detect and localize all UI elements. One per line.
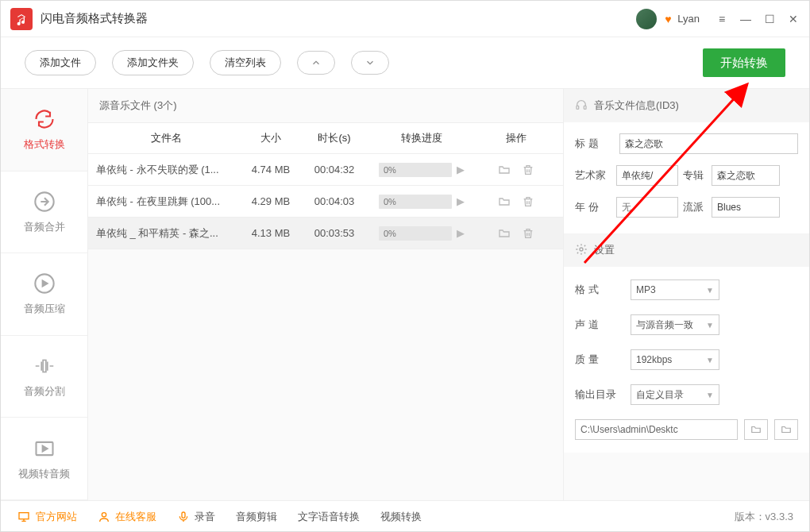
move-up-button[interactable] xyxy=(297,51,335,75)
col-size: 大小 xyxy=(239,131,303,145)
add-file-button[interactable]: 添加文件 xyxy=(25,50,96,75)
id3-year-label: 年 份 xyxy=(575,200,611,214)
cell-progress: 0%▶ xyxy=(366,163,477,177)
clear-list-button[interactable]: 清空列表 xyxy=(210,50,281,75)
trash-icon[interactable] xyxy=(520,226,536,241)
id3-artist-label: 艺术家 xyxy=(575,168,611,183)
format-select[interactable]: MP3▼ xyxy=(631,279,719,300)
cell-ops xyxy=(477,226,555,241)
cell-size: 4.29 MB xyxy=(239,195,303,207)
col-duration: 时长(s) xyxy=(303,131,366,145)
list-header: 源音乐文件 (3个) xyxy=(88,89,563,122)
vip-badge-icon: ♥ xyxy=(662,13,674,25)
cell-size: 4.13 MB xyxy=(239,227,303,239)
gear-icon xyxy=(575,243,588,258)
merge-icon xyxy=(33,190,56,214)
chevron-down-icon: ▼ xyxy=(706,286,714,295)
cell-ops xyxy=(477,162,555,178)
folder-icon[interactable] xyxy=(496,194,512,210)
move-down-button[interactable] xyxy=(351,51,389,75)
output-select[interactable]: 自定义目录▼ xyxy=(631,384,719,405)
id3-album-label: 专辑 xyxy=(683,168,707,183)
avatar[interactable] xyxy=(636,9,657,29)
compress-icon xyxy=(33,272,56,295)
id3-title-label: 标 题 xyxy=(575,137,611,151)
col-progress: 转换进度 xyxy=(366,131,477,145)
file-list: 源音乐文件 (3个) 文件名 大小 时长(s) 转换进度 操作 单依纯 - 永不… xyxy=(88,89,563,500)
id3-genre-input[interactable] xyxy=(712,197,780,218)
format-label: 格 式 xyxy=(575,283,619,297)
maximize-icon[interactable]: ☐ xyxy=(763,13,776,25)
play-icon[interactable]: ▶ xyxy=(457,164,465,175)
cell-name: 单依纯 _ 和平精英 - 森之... xyxy=(88,226,239,241)
id3-genre-label: 流派 xyxy=(683,200,707,214)
footer-record[interactable]: 录音 xyxy=(177,510,215,524)
svg-point-8 xyxy=(102,513,106,517)
id3-year-input[interactable] xyxy=(616,197,678,218)
svg-rect-5 xyxy=(584,106,586,109)
svg-rect-7 xyxy=(19,513,29,519)
chevron-down-icon: ▼ xyxy=(706,391,714,399)
cell-duration: 00:04:32 xyxy=(303,164,366,175)
channel-select[interactable]: 与源音频一致▼ xyxy=(631,314,719,335)
id3-artist-input[interactable] xyxy=(616,165,678,186)
col-ops: 操作 xyxy=(477,131,555,145)
quality-label: 质 量 xyxy=(575,353,619,367)
video-icon xyxy=(33,437,56,461)
col-name: 文件名 xyxy=(88,131,239,145)
right-panel: 音乐文件信息(ID3) 标 题 艺术家 专辑 年 份 流派 设置 xyxy=(563,89,809,500)
cell-name: 单依纯 - 在夜里跳舞 (100... xyxy=(88,195,239,209)
footer-support[interactable]: 在线客服 xyxy=(98,510,156,524)
cell-size: 4.74 MB xyxy=(239,164,303,175)
play-icon[interactable]: ▶ xyxy=(457,227,465,239)
sidebar-item-format-convert[interactable]: 格式转换 xyxy=(1,89,87,172)
id3-title-input[interactable] xyxy=(619,133,798,154)
id3-album-input[interactable] xyxy=(712,165,780,186)
open-folder-button[interactable] xyxy=(744,419,768,440)
footer: 官方网站 在线客服 录音 音频剪辑 文字语音转换 视频转换 版本：v3.3.3 xyxy=(1,501,809,532)
mic-icon xyxy=(177,511,190,523)
version-label: 版本：v3.3.3 xyxy=(735,510,793,524)
table-header: 文件名 大小 时长(s) 转换进度 操作 xyxy=(88,122,563,154)
cell-progress: 0%▶ xyxy=(366,226,477,241)
start-convert-button[interactable]: 开始转换 xyxy=(703,48,785,77)
trash-icon[interactable] xyxy=(520,162,536,178)
table-row[interactable]: 单依纯 - 在夜里跳舞 (100...4.29 MB00:04:030%▶ xyxy=(88,186,563,218)
output-path: C:\Users\admin\Desktc xyxy=(575,419,738,440)
sidebar: 格式转换 音频合并 音频压缩 音频分割 视频转音频 xyxy=(1,89,88,500)
minimize-icon[interactable]: — xyxy=(739,13,752,25)
folder-icon[interactable] xyxy=(496,226,512,241)
sidebar-item-audio-split[interactable]: 音频分割 xyxy=(1,336,87,418)
browse-folder-button[interactable] xyxy=(774,419,798,440)
sidebar-item-video-to-audio[interactable]: 视频转音频 xyxy=(1,418,87,500)
svg-rect-9 xyxy=(182,512,185,518)
settings-section-title: 设置 xyxy=(564,233,809,267)
sidebar-item-audio-compress[interactable]: 音频压缩 xyxy=(1,253,87,336)
svg-rect-2 xyxy=(43,360,46,372)
footer-official-site[interactable]: 官方网站 xyxy=(17,510,77,524)
info-section-title: 音乐文件信息(ID3) xyxy=(564,89,809,122)
cell-ops xyxy=(477,194,555,210)
rotate-icon xyxy=(33,107,56,131)
trash-icon[interactable] xyxy=(520,194,536,210)
table-row[interactable]: 单依纯 _ 和平精英 - 森之...4.13 MB00:03:530%▶ xyxy=(88,218,563,249)
menu-icon[interactable]: ≡ xyxy=(716,13,728,25)
headphone-icon xyxy=(575,98,588,114)
quality-select[interactable]: 192kbps▼ xyxy=(631,349,719,370)
sidebar-item-audio-merge[interactable]: 音频合并 xyxy=(1,172,87,254)
footer-tts[interactable]: 文字语音转换 xyxy=(298,510,360,524)
toolbar: 添加文件 添加文件夹 清空列表 开始转换 xyxy=(1,37,809,88)
cell-name: 单依纯 - 永不失联的爱 (1... xyxy=(88,163,239,177)
output-label: 输出目录 xyxy=(575,387,619,402)
table-row[interactable]: 单依纯 - 永不失联的爱 (1...4.74 MB00:04:320%▶ xyxy=(88,154,563,186)
add-folder-button[interactable]: 添加文件夹 xyxy=(112,50,194,75)
footer-video[interactable]: 视频转换 xyxy=(380,510,422,524)
titlebar: 闪电音频格式转换器 ♥ Lyan ≡ — ☐ ✕ xyxy=(1,1,809,37)
user-name: Lyan xyxy=(677,13,700,25)
monitor-icon xyxy=(17,511,31,523)
app-title: 闪电音频格式转换器 xyxy=(40,11,148,26)
folder-icon[interactable] xyxy=(496,162,512,178)
footer-edit[interactable]: 音频剪辑 xyxy=(236,510,277,524)
play-icon[interactable]: ▶ xyxy=(457,195,465,207)
close-icon[interactable]: ✕ xyxy=(787,13,800,25)
